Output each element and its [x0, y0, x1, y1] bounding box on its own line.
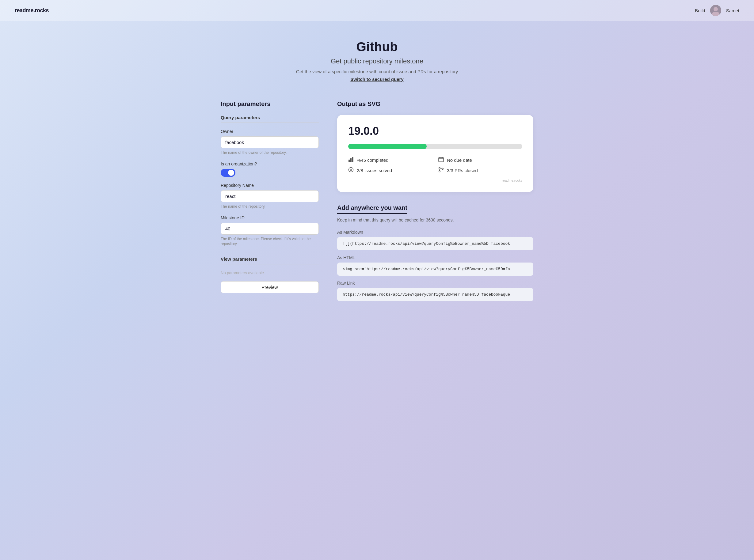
main-content: Input parameters Query parameters Owner …: [178, 94, 576, 320]
bar-chart-icon: [348, 157, 354, 163]
completed-label: %45 completed: [357, 158, 388, 163]
rawlink-code[interactable]: https://readme.rocks/api/view?queryConfi…: [337, 288, 533, 301]
stats-grid: %45 completed No due date: [348, 157, 522, 174]
output-title: Output as SVG: [337, 100, 533, 107]
add-anywhere-title: Add anywhere you want: [337, 204, 407, 214]
milestone-hint: The ID of the milestone. Please check if…: [221, 237, 319, 247]
stat-prs: 3/3 PRs closed: [438, 167, 522, 174]
org-label: Is an organization?: [221, 161, 319, 166]
input-params-title: Input parameters: [221, 100, 319, 107]
milestone-label: Milestone ID: [221, 215, 319, 220]
org-field-group: Is an organization?: [221, 161, 319, 177]
svg-point-10: [349, 167, 353, 172]
repo-input[interactable]: [221, 190, 319, 202]
html-label: As HTML: [337, 255, 533, 260]
switch-query-link[interactable]: Switch to secured query: [350, 77, 403, 82]
rawlink-label: Raw Link: [337, 281, 533, 285]
svg-rect-5: [352, 157, 353, 162]
milestone-field-group: Milestone ID The ID of the milestone. Pl…: [221, 215, 319, 247]
stat-completed: %45 completed: [348, 157, 432, 163]
pr-icon: [438, 167, 444, 174]
due-date-label: No due date: [447, 158, 472, 163]
stat-due-date: No due date: [438, 157, 522, 163]
hero-section: Github Get public repository milestone G…: [0, 21, 754, 94]
toggle-thumb: [228, 170, 234, 176]
svg-rect-4: [350, 158, 351, 162]
view-params-title: View parameters: [221, 256, 319, 264]
owner-field-group: Owner The name of the owner of the repos…: [221, 129, 319, 155]
toggle-track[interactable]: [221, 169, 235, 177]
navbar: readme.rocks Build Samet: [0, 0, 754, 21]
svg-point-13: [439, 171, 441, 172]
stat-issues: 2/8 issues solved: [348, 167, 432, 174]
page-subtitle: Get public repository milestone: [6, 57, 748, 65]
repo-hint: The name of the repository.: [221, 204, 319, 209]
svg-rect-6: [439, 158, 444, 162]
svg-point-12: [439, 167, 441, 169]
prs-label: 3/3 PRs closed: [447, 168, 478, 173]
view-params-section: View parameters No parameters available: [221, 256, 319, 275]
owner-input[interactable]: [221, 136, 319, 148]
org-toggle[interactable]: [221, 169, 235, 177]
add-anywhere-section: Add anywhere you want Keep in mind that …: [337, 204, 533, 301]
calendar-icon: [438, 157, 444, 163]
svg-point-1: [714, 7, 718, 11]
left-panel: Input parameters Query parameters Owner …: [221, 100, 319, 301]
preview-button[interactable]: Preview: [221, 281, 319, 293]
app-logo[interactable]: readme.rocks: [15, 7, 49, 14]
query-params-title: Query parameters: [221, 115, 319, 123]
page-title: Github: [6, 40, 748, 54]
navbar-right: Build Samet: [695, 5, 739, 16]
svg-rect-3: [348, 160, 350, 162]
username-label: Samet: [726, 8, 739, 13]
build-link[interactable]: Build: [695, 8, 705, 13]
svg-point-11: [350, 169, 352, 171]
milestone-input[interactable]: [221, 223, 319, 235]
repo-field-group: Repository Name The name of the reposito…: [221, 183, 319, 209]
svg-card: 19.0.0 %45 completed: [337, 115, 533, 192]
right-panel: Output as SVG 19.0.0 %45 completed: [337, 100, 533, 301]
owner-label: Owner: [221, 129, 319, 134]
progress-bar-fill: [348, 144, 427, 149]
repo-label: Repository Name: [221, 183, 319, 188]
markdown-label: As Markdown: [337, 230, 533, 235]
issue-icon: [348, 167, 354, 174]
html-code[interactable]: <img src="https://readme.rocks/api/view?…: [337, 262, 533, 276]
cache-note: Keep in mind that this query will be cac…: [337, 218, 533, 222]
svg-card-footer: readme.rocks: [348, 179, 522, 182]
issues-label: 2/8 issues solved: [357, 168, 392, 173]
progress-bar-bg: [348, 144, 522, 149]
markdown-code[interactable]: ![](https://readme.rocks/api/view?queryC…: [337, 237, 533, 250]
milestone-version: 19.0.0: [348, 125, 522, 138]
no-params-label: No parameters available: [221, 271, 319, 275]
owner-hint: The name of the owner of the repository.: [221, 150, 319, 155]
avatar[interactable]: [710, 5, 721, 16]
page-description: Get the view of a specific milestone wit…: [6, 69, 748, 74]
org-toggle-wrapper: [221, 169, 319, 177]
